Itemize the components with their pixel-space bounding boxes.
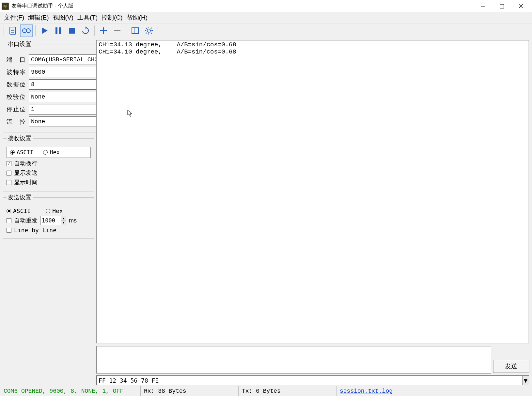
toolbar-play-button[interactable] [38, 24, 51, 37]
show-send-checkbox[interactable]: 显示发送 [7, 169, 38, 177]
spinner-up-icon[interactable]: ▲ [61, 216, 66, 221]
checkbox-icon [7, 228, 11, 233]
svg-line-25 [146, 28, 147, 29]
menubar: 文件(F) 编辑(E) 视图(V) 工具(T) 控制(C) 帮助(H) [0, 12, 532, 23]
send-button[interactable]: 发送 [493, 360, 529, 373]
send-input[interactable] [96, 346, 491, 373]
auto-wrap-label: 自动换行 [14, 160, 38, 167]
output-line: CH1=34.10 degree, A/B=sin/cos=0.68 [99, 48, 236, 55]
menu-edit[interactable]: 编辑(E) [26, 13, 51, 23]
svg-line-27 [151, 28, 152, 29]
pause-icon [54, 26, 62, 35]
send-settings-legend: 发送设置 [7, 193, 33, 201]
show-time-label: 显示时间 [14, 178, 38, 186]
databits-label: 数据位 [7, 81, 27, 88]
recv-hex-radio[interactable]: Hex [43, 149, 60, 156]
resend-interval-value: 1000 [42, 217, 55, 224]
stopbits-value: 1 [31, 106, 35, 113]
toolbar-log-button[interactable] [7, 24, 19, 37]
output-textarea[interactable]: CH1=34.13 degree, A/B=sin/cos=0.68 CH1=3… [96, 40, 529, 343]
auto-resend-label: 自动重发 [14, 217, 38, 224]
send-ascii-radio[interactable]: ASCII [7, 207, 31, 214]
recv-ascii-radio[interactable]: ASCII [10, 149, 33, 156]
recv-format-radiogroup: ASCII Hex [7, 147, 91, 158]
recv-hex-label: Hex [50, 149, 60, 156]
hex-preset-value: FF 12 34 56 78 FE [99, 377, 159, 384]
hex-preset-combo[interactable]: FF 12 34 56 78 FE▼ [96, 375, 529, 385]
svg-marker-14 [86, 26, 87, 29]
tape-icon [22, 26, 31, 35]
chevron-down-icon: ▼ [522, 376, 529, 385]
recv-ascii-label: ASCII [17, 149, 33, 156]
svg-point-9 [26, 29, 30, 33]
send-ascii-label: ASCII [13, 207, 31, 214]
show-time-checkbox[interactable]: 显示时间 [7, 178, 38, 186]
parity-label: 校验位 [7, 93, 27, 101]
recv-settings-legend: 接收设置 [7, 134, 33, 142]
maximize-button[interactable] [493, 0, 511, 12]
toolbar-remove-button[interactable] [111, 24, 123, 37]
toolbar [0, 23, 532, 38]
toolbar-settings-button[interactable] [143, 24, 155, 37]
plus-icon [99, 26, 108, 35]
checkbox-icon [7, 180, 11, 185]
toolbar-add-button[interactable] [97, 24, 110, 37]
toolbar-record-button[interactable] [20, 24, 33, 37]
radio-icon [43, 150, 48, 155]
maximize-icon [500, 4, 504, 8]
toolbar-stop-button[interactable] [66, 24, 78, 37]
stop-icon [68, 26, 76, 35]
flowctrl-label: 流 控 [7, 118, 27, 126]
toolbar-reload-button[interactable] [79, 24, 92, 37]
svg-rect-11 [55, 27, 57, 34]
toolbar-pause-button[interactable] [52, 24, 64, 37]
checkbox-icon [7, 161, 11, 166]
radio-icon [7, 209, 11, 213]
svg-rect-1 [500, 4, 504, 8]
line-by-line-label: Line by Line [14, 227, 56, 234]
app-window: Sp 友善串口调试助手 - 个人版 文件(F) 编辑(E) 视图(V) 工具(T… [0, 0, 532, 396]
send-hex-label: Hex [52, 207, 63, 214]
menu-control[interactable]: 控制(C) [100, 13, 124, 23]
gear-icon [145, 26, 153, 35]
status-tx: Tx: 0 Bytes [239, 386, 336, 396]
status-grip [502, 386, 532, 396]
minimize-button[interactable] [474, 0, 493, 12]
minus-icon [113, 26, 121, 35]
line-by-line-checkbox[interactable]: Line by Line [7, 227, 56, 234]
menu-file[interactable]: 文件(F) [2, 13, 26, 23]
spinner-down-icon[interactable]: ▼ [61, 221, 66, 225]
interval-unit-label: ms [69, 217, 77, 224]
main-area: CH1=34.13 degree, A/B=sin/cos=0.68 CH1=3… [96, 40, 529, 385]
toolbar-layout-button[interactable] [129, 24, 141, 37]
send-hex-radio[interactable]: Hex [46, 207, 63, 214]
menu-help[interactable]: 帮助(H) [125, 13, 149, 23]
resend-interval-spinner[interactable]: 1000▲▼ [40, 216, 66, 225]
svg-rect-18 [132, 28, 138, 34]
status-port: COM6 OPENED, 9600, 8, NONE, 1, OFF [0, 386, 141, 396]
auto-resend-checkbox[interactable]: 自动重发 [7, 217, 38, 224]
baud-value: 9600 [31, 69, 45, 75]
svg-point-8 [23, 29, 26, 33]
status-log-link[interactable]: session.txt.log [340, 388, 393, 394]
reload-icon [81, 26, 90, 35]
flowctrl-value: None [31, 118, 45, 125]
show-send-label: 显示发送 [14, 169, 38, 177]
menu-tools[interactable]: 工具(T) [75, 13, 100, 23]
close-button[interactable] [511, 0, 530, 12]
window-title: 友善串口调试助手 - 个人版 [11, 3, 73, 9]
databits-value: 8 [31, 81, 35, 88]
body-area: 串口设置 端 口 COM6(USB-SERIAL CH340)▼ 波特率 960… [0, 38, 532, 386]
app-icon: Sp [2, 3, 9, 10]
svg-point-20 [147, 29, 150, 32]
recv-settings-group: 接收设置 ASCII Hex 自动换行 显示发送 显示时间 [3, 134, 94, 191]
svg-rect-12 [59, 27, 61, 34]
close-icon [519, 4, 523, 8]
auto-wrap-checkbox[interactable]: 自动换行 [7, 160, 38, 167]
send-settings-group: 发送设置 ASCII Hex 自动重发 1000▲▼ ms Line by Li… [3, 193, 94, 239]
checkbox-icon [7, 218, 11, 223]
radio-icon [10, 150, 15, 155]
svg-marker-10 [42, 27, 48, 34]
svg-line-28 [146, 33, 147, 34]
menu-view[interactable]: 视图(V) [51, 13, 75, 23]
